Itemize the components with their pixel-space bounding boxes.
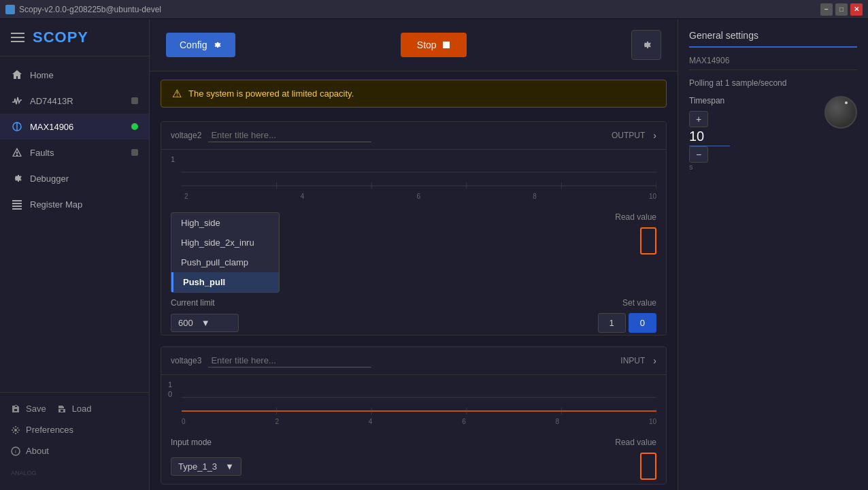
preferences-item[interactable]: Preferences <box>0 419 149 440</box>
timespan-increment-button[interactable]: + <box>689 111 708 127</box>
voltage3-title-input[interactable] <box>208 354 371 368</box>
dropdown-item-high-side-2x[interactable]: High_side_2x_inru <box>171 233 279 252</box>
set-value-buttons: 1 0 <box>598 313 656 333</box>
sidebar-header: SCOPY <box>0 19 149 56</box>
close-button[interactable]: ✕ <box>850 3 863 16</box>
voltage2-label: voltage2 <box>171 131 201 140</box>
voltage2-title-input[interactable] <box>208 129 371 142</box>
waveform-icon <box>11 95 23 107</box>
load-icon <box>57 404 67 414</box>
voltage3-chart <box>182 380 656 414</box>
current-limit-chevron: ▼ <box>201 318 210 328</box>
voltage2-x-label-2: 2 <box>184 193 188 200</box>
faults-badge <box>131 149 138 156</box>
titlebar-title: Scopy-v2.0.0-g208225b@ubuntu-devel <box>19 5 161 14</box>
sidebar-label-home: Home <box>30 70 138 80</box>
sidebar: SCOPY Home AD74413R <box>0 19 150 490</box>
voltage2-x-label-6: 6 <box>416 193 420 200</box>
voltage3-read-value-label: Read value <box>615 438 656 447</box>
sidebar-label-register-map: Register Map <box>30 199 138 210</box>
titlebar-controls: − □ ✕ <box>820 3 863 16</box>
voltage3-y-label-0: 0 <box>168 390 172 398</box>
svg-point-6 <box>14 429 17 431</box>
voltage2-x-axis: 2 4 6 8 10 <box>182 193 656 200</box>
svg-rect-5 <box>12 208 22 210</box>
voltage3-header: voltage3 INPUT › <box>161 347 666 375</box>
stop-button[interactable]: Stop <box>401 33 467 57</box>
svg-rect-11 <box>443 42 450 48</box>
sidebar-item-debugger[interactable]: Debugger <box>0 165 149 191</box>
voltage2-type: OUTPUT <box>612 131 645 140</box>
value-btn-1[interactable]: 1 <box>598 313 626 333</box>
app-body: SCOPY Home AD74413R <box>0 19 868 490</box>
app-logo: SCOPY <box>33 29 88 46</box>
voltage3-x-label-8: 8 <box>556 418 560 425</box>
timespan-section: Timespan + − s <box>689 96 857 171</box>
voltage2-x-label-4: 4 <box>301 193 305 200</box>
timespan-input[interactable] <box>689 127 730 146</box>
about-icon: i <box>11 446 20 456</box>
timespan-label: Timespan <box>689 96 816 105</box>
input-mode-select[interactable]: Type_1_3 ▼ <box>171 457 241 476</box>
hamburger-line-3 <box>11 41 24 42</box>
warning-message: The system is powered at limited capacit… <box>188 88 354 99</box>
max14906-badge <box>131 123 138 130</box>
voltage2-expand-button[interactable]: › <box>653 130 656 141</box>
main-content: Config Stop ⚠ The system is powered at l… <box>150 19 678 490</box>
timespan-decrement-button[interactable]: − <box>689 146 708 163</box>
current-limit-label: Current limit <box>171 298 617 308</box>
voltage3-read-indicator <box>640 453 656 480</box>
preferences-label: Preferences <box>26 425 73 435</box>
save-load-item[interactable]: Save Load <box>0 398 149 419</box>
sidebar-item-home[interactable]: Home <box>0 62 149 88</box>
timespan-knob[interactable] <box>824 96 857 129</box>
voltage2-chart <box>182 155 656 189</box>
input-mode-label: Input mode <box>171 438 615 447</box>
about-item[interactable]: i About <box>0 440 149 461</box>
hamburger-menu[interactable] <box>11 33 24 42</box>
svg-rect-4 <box>12 206 22 207</box>
voltage2-header: voltage2 OUTPUT › <box>161 122 666 150</box>
io-icon <box>11 120 23 133</box>
gear-icon <box>11 172 23 184</box>
titlebar-left: Scopy-v2.0.0-g208225b@ubuntu-devel <box>5 5 161 14</box>
save-label: Save <box>26 404 46 414</box>
voltage3-label: voltage3 <box>171 356 201 365</box>
voltage3-panel: voltage3 INPUT › 1 0 <box>161 346 667 485</box>
load-label: Load <box>72 404 92 414</box>
dropdown-label-push-pull-clamp: Push_pull_clamp <box>181 257 248 267</box>
maximize-button[interactable]: □ <box>835 3 848 16</box>
minimize-button[interactable]: − <box>820 3 833 16</box>
dropdown-item-push-pull-clamp[interactable]: Push_pull_clamp <box>171 252 279 272</box>
titlebar: Scopy-v2.0.0-g208225b@ubuntu-devel − □ ✕ <box>0 0 868 19</box>
config-button[interactable]: Config <box>166 33 235 57</box>
sidebar-item-max14906[interactable]: MAX14906 <box>0 114 149 140</box>
dropdown-item-push-pull[interactable]: Push_pull <box>171 272 279 292</box>
app-icon <box>5 5 15 14</box>
svg-rect-3 <box>12 203 22 204</box>
dropdown-label-push-pull: Push_pull <box>183 277 225 287</box>
stop-icon <box>442 41 450 49</box>
sidebar-item-faults[interactable]: Faults <box>0 140 149 165</box>
current-limit-select[interactable]: 600 ▼ <box>171 314 239 332</box>
dropdown-label-high-side-2x: High_side_2x_inru <box>181 238 254 248</box>
settings-button[interactable] <box>631 30 661 60</box>
preferences-icon <box>11 425 20 435</box>
voltage3-label-group: voltage3 <box>171 354 371 368</box>
sidebar-footer: Save Load Preferences i About ANALOG DEV… <box>0 392 149 490</box>
knob-container <box>824 96 857 129</box>
analog-devices-logo: ANALOG DEVICES <box>0 461 149 485</box>
hamburger-line-1 <box>11 33 24 34</box>
voltage3-x-axis: 0 2 4 6 8 10 <box>182 418 656 425</box>
sidebar-item-register-map[interactable]: Register Map <box>0 191 149 217</box>
voltage3-x-label-0: 0 <box>182 418 186 425</box>
dropdown-item-high-side[interactable]: High_side <box>171 213 279 233</box>
sidebar-label-ad74413r: AD74413R <box>30 96 124 106</box>
value-btn-0[interactable]: 0 <box>629 313 656 333</box>
sidebar-item-ad74413r[interactable]: AD74413R <box>0 88 149 114</box>
sidebar-label-max14906: MAX14906 <box>30 122 124 132</box>
voltage2-panel: voltage2 OUTPUT › 1 <box>161 121 667 336</box>
voltage2-set-value-label: Set value <box>622 298 656 308</box>
voltage3-expand-button[interactable]: › <box>653 355 656 366</box>
sidebar-nav: Home AD74413R MAX14906 <box>0 56 149 392</box>
